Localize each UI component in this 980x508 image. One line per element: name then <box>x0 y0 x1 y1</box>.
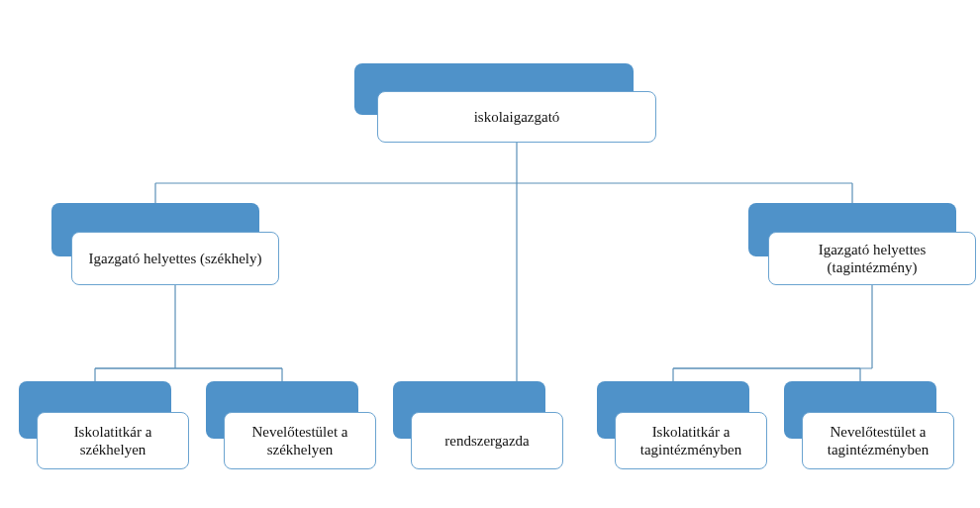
node-right-child-2-label: Nevelőtestület a tagintézményben <box>811 423 945 458</box>
node-left-deputy-label: Igazgató helyettes (székhely) <box>89 250 262 267</box>
node-left-child-2-label: Nevelőtestület a székhelyen <box>233 423 367 458</box>
node-right-deputy-label: Igazgató helyettes (tagintézmény) <box>777 241 967 276</box>
node-root-label: iskolaigazgató <box>474 108 560 126</box>
node-center-child-label: rendszergazda <box>444 432 530 450</box>
node-right-child-1-label: Iskolatitkár a tagintézményben <box>624 423 758 458</box>
org-chart: iskolaigazgató Igazgató helyettes (székh… <box>0 0 980 508</box>
node-left-child-1-label: Iskolatitkár a székhelyen <box>46 423 180 458</box>
